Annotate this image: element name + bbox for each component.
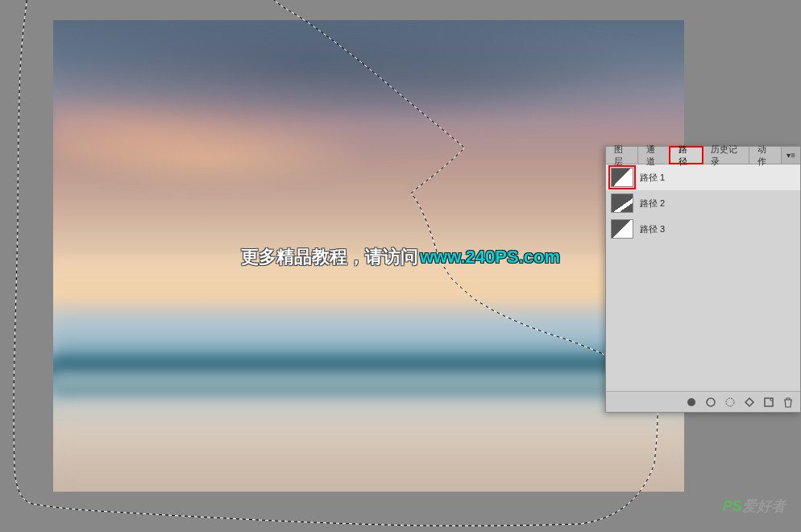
watermark-text-cn: 更多精品教程，请访问 — [241, 245, 418, 269]
load-selection-icon[interactable] — [724, 397, 736, 408]
new-path-icon[interactable] — [763, 397, 774, 408]
path-thumbnail-1 — [611, 168, 633, 187]
tab-channels[interactable]: 通道 — [638, 147, 670, 164]
ocean-area — [53, 313, 684, 492]
svg-rect-3 — [765, 398, 773, 406]
bottom-watermark: PS爱好者 www.psahz.com — [723, 497, 791, 526]
path-item-2[interactable]: 路径 2 — [606, 190, 800, 216]
tab-history[interactable]: 历史记录 — [703, 147, 749, 164]
wave-line — [53, 360, 684, 397]
path-item-1[interactable]: 路径 1 — [606, 164, 800, 190]
panel-footer — [606, 391, 800, 412]
path-thumbnail-3 — [611, 219, 633, 239]
panel-menu-icon[interactable]: ▾≡ — [782, 147, 800, 164]
watermark-text-url: www.240PS.com — [420, 247, 560, 268]
tab-actions[interactable]: 动作 — [749, 147, 782, 164]
paths-panel: 图层 通道 路径 历史记录 动作 ▾≡ 路径 1 路径 2 路径 3 — [605, 146, 801, 413]
fill-path-icon[interactable] — [686, 397, 697, 408]
stroke-path-icon[interactable] — [705, 397, 716, 408]
path-label-2: 路径 2 — [640, 197, 665, 210]
center-watermark: 更多精品教程，请访问 www.240PS.com — [241, 245, 560, 269]
tab-layers[interactable]: 图层 — [606, 147, 638, 164]
paths-list: 路径 1 路径 2 路径 3 — [606, 164, 800, 382]
watermark-ps: PS — [723, 498, 742, 514]
svg-point-1 — [707, 398, 715, 406]
path-label-3: 路径 3 — [640, 223, 665, 235]
path-label-1: 路径 1 — [640, 172, 665, 184]
watermark-rest: 爱好者 — [742, 498, 786, 514]
svg-point-2 — [726, 398, 734, 406]
tab-paths[interactable]: 路径 — [669, 146, 703, 164]
svg-point-0 — [687, 398, 695, 406]
panel-tab-bar: 图层 通道 路径 历史记录 动作 ▾≡ — [606, 147, 800, 164]
path-thumbnail-2 — [611, 193, 633, 213]
watermark-url: www.psahz.com — [723, 516, 791, 526]
path-item-3[interactable]: 路径 3 — [606, 216, 800, 242]
make-workpath-icon[interactable] — [744, 397, 755, 408]
delete-path-icon[interactable] — [782, 397, 794, 408]
